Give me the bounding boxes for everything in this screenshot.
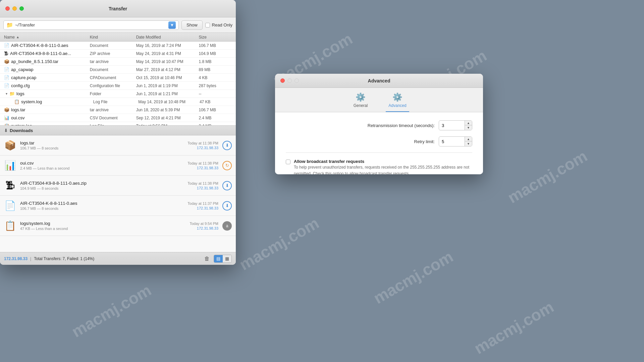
adv-close-button[interactable] — [280, 78, 285, 83]
retransmission-timeout-label: Retransmission timeout (seconds): — [368, 123, 435, 128]
dl-file-icon: 📊 — [4, 160, 16, 172]
dl-file-info: oui.csv 2.4 MB — Less than a second — [20, 161, 177, 170]
file-row[interactable]: 📋 system.log Log File Today at 9:56 PM 2… — [0, 122, 236, 125]
maximize-button[interactable] — [19, 6, 24, 11]
retry-limit-stepper: ▲ ▼ — [465, 137, 472, 146]
dl-right: Today at 9:54 PM 172.31.98.33 — [181, 222, 218, 230]
download-action-btn[interactable]: ⬇ — [222, 181, 232, 190]
adv-content: Retransmission timeout (seconds): ▲ ▼ Re… — [275, 112, 483, 174]
file-kind: Document — [90, 67, 136, 72]
retry-limit-step-down[interactable]: ▼ — [465, 141, 472, 146]
file-size: -- — [199, 92, 232, 96]
dl-ip: 172.31.98.33 — [197, 186, 218, 190]
trash-button[interactable]: 🗑 — [203, 255, 211, 263]
file-kind: CSV Document — [90, 116, 136, 120]
tab-general[interactable]: ⚙️ General — [349, 93, 372, 112]
file-date: Jun 1, 2019 at 1:19 PM — [136, 83, 199, 88]
file-size: 287 bytes — [199, 83, 232, 88]
broadcast-checkbox-label: Allow broadcast transfer requests — [294, 159, 472, 164]
retry-limit-row: Retry limit: ▲ ▼ — [286, 136, 472, 146]
col-header-size[interactable]: Size — [199, 35, 232, 40]
grid-view-button[interactable]: ▦ — [223, 255, 231, 262]
downloads-list: 📦 logs.tar 106.7 MB — 8 seconds Today at… — [0, 135, 236, 252]
download-avatar: a — [222, 221, 232, 231]
retransmission-step-up[interactable]: ▲ — [465, 121, 472, 125]
adv-title-bar: Advanced — [275, 74, 483, 88]
window-controls — [5, 6, 24, 11]
show-button[interactable]: Show — [181, 20, 203, 30]
file-kind: tar archive — [90, 59, 136, 64]
path-chevron[interactable]: ▼ — [168, 21, 176, 29]
adv-maximize-button[interactable] — [294, 78, 299, 83]
download-arrow-icon: ⬇ — [4, 128, 8, 133]
dl-time: Today at 11:38 PM — [187, 181, 218, 185]
retry-limit-step-up[interactable]: ▲ — [465, 137, 472, 141]
file-row[interactable]: ▾ 📁 logs Folder Jun 1, 2019 at 1:21 PM -… — [0, 90, 236, 98]
tab-advanced[interactable]: ⚙️ Advanced — [386, 93, 409, 112]
broadcast-checkbox[interactable] — [286, 160, 290, 164]
dl-file-icon: 📦 — [4, 139, 16, 152]
file-date: May 16, 2019 at 7:24 PM — [136, 43, 199, 48]
dl-file-icon: 📋 — [4, 220, 16, 232]
dl-right: Today at 11:38 PM 172.31.98.33 — [181, 141, 218, 150]
file-size: 47 KB — [200, 100, 232, 104]
dl-meta: 2.4 MB — Less than a second — [20, 166, 177, 170]
file-row[interactable]: 📊 oui.csv CSV Document Sep 12, 2019 at 4… — [0, 114, 236, 122]
dl-ip: 172.31.98.33 — [197, 166, 218, 170]
file-icon: 📦 — [4, 59, 9, 64]
file-row[interactable]: 📦 ap_bundle_8.5.1.150.tar tar archive Ma… — [0, 58, 236, 66]
col-header-kind[interactable]: Kind — [90, 35, 136, 40]
file-row[interactable]: 📄 capture.pcap CPADocument Oct 15, 2019 … — [0, 74, 236, 82]
dl-ip: 172.31.98.33 — [197, 226, 218, 230]
dl-file-info: AIR-CT3504-K-8-8-111-0.aes 106.7 MB — 8 … — [20, 201, 177, 210]
dl-ip: 172.31.98.33 — [197, 206, 218, 210]
path-field[interactable]: 📁 ~/Transfer ▼ — [3, 20, 179, 30]
path-text: ~/Transfer — [15, 22, 35, 27]
file-row[interactable]: 📄 AIR-CT3504-K-8-8-111-0.aes Document Ma… — [0, 42, 236, 50]
retry-limit-input-wrap: ▲ ▼ — [439, 136, 472, 146]
file-row[interactable]: 📦 logs.tar tar archive Jun 18, 2020 at 5… — [0, 106, 236, 114]
view-toggle: ▤ ▦ — [214, 255, 232, 263]
file-name: logs.tar — [11, 107, 25, 112]
file-icon: 🗜 — [4, 51, 8, 56]
download-action-btn[interactable]: ⬇ — [222, 201, 232, 210]
file-kind: Configuration file — [90, 83, 136, 88]
retransmission-timeout-input[interactable] — [439, 122, 465, 129]
retransmission-step-down[interactable]: ▼ — [465, 125, 472, 130]
download-action-btn[interactable]: ↻ — [222, 161, 232, 170]
file-kind: tar archive — [90, 108, 136, 112]
download-action-btn[interactable]: ⬇ — [222, 141, 232, 150]
file-size: 89 MB — [199, 67, 232, 72]
dl-meta: 106.7 MB — 8 seconds — [20, 146, 177, 150]
col-header-name[interactable]: Name ▲ — [4, 35, 90, 40]
status-ip: 172.31.98.33 — [4, 256, 28, 261]
retransmission-timeout-input-wrap: ▲ ▼ — [439, 120, 472, 130]
file-date: Sep 12, 2019 at 4:21 PM — [136, 116, 199, 120]
minimize-button[interactable] — [12, 6, 17, 11]
broadcast-checkbox-row: Allow broadcast transfer requests To hel… — [286, 159, 472, 174]
file-list-header: Name ▲ Kind Date Modified Size — [0, 33, 236, 42]
list-view-button[interactable]: ▤ — [214, 255, 223, 262]
adv-minimize-button[interactable] — [287, 78, 292, 83]
dl-time: Today at 11:38 PM — [187, 161, 218, 165]
status-actions: 🗑 ▤ ▦ — [203, 255, 232, 263]
retry-limit-label: Retry limit: — [414, 139, 435, 144]
file-icon: 📁 — [9, 91, 15, 96]
file-row[interactable]: 📋 system.log Log File May 14, 2019 at 10… — [0, 98, 236, 106]
col-header-date[interactable]: Date Modified — [136, 35, 199, 40]
file-size: 104.9 MB — [199, 51, 232, 56]
file-row[interactable]: 📄 config.cfg Configuration file Jun 1, 2… — [0, 82, 236, 90]
file-name: oui.csv — [11, 115, 24, 120]
readonly-checkbox[interactable] — [205, 23, 210, 27]
disclosure-triangle[interactable]: ▾ — [4, 92, 9, 96]
file-name: ap_bundle_8.5.1.150.tar — [11, 59, 58, 64]
toolbar: 📁 ~/Transfer ▼ Show Read Only — [0, 17, 236, 33]
downloads-section-header: ⬇ Downloads — [0, 125, 236, 135]
close-button[interactable] — [5, 6, 10, 11]
retry-limit-input[interactable] — [439, 138, 465, 145]
file-row[interactable]: 📄 ap_capwap Document Mar 27, 2019 at 4:1… — [0, 66, 236, 74]
status-transfers-info: Total Transfers: 7, Failed: 1 (14%) — [34, 256, 94, 261]
file-list: 📄 AIR-CT3504-K-8-8-111-0.aes Document Ma… — [0, 42, 236, 125]
broadcast-checkbox-desc: To help prevent unauthorized transfers, … — [294, 165, 469, 174]
file-row[interactable]: 🗜 AIR-CT3504-K9-8-8-111-0.ae... ZIP arch… — [0, 50, 236, 58]
